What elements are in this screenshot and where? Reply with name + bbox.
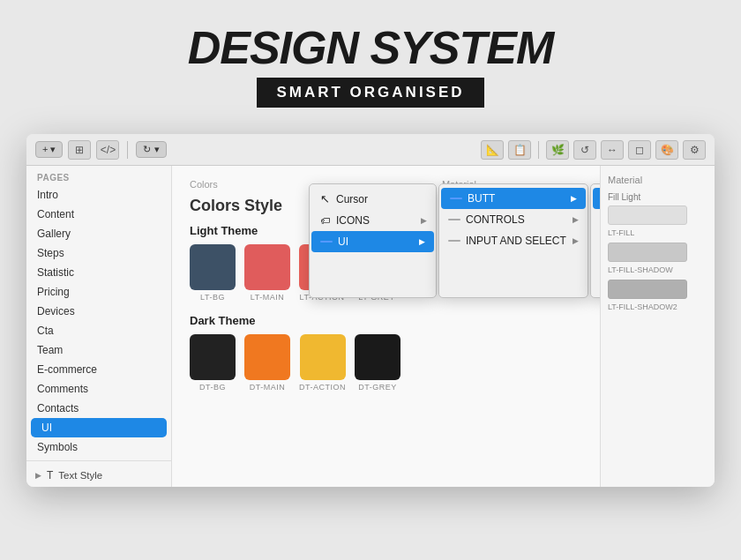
right-panel-fill-light: Fill Light LT-FILL LT-FILL-SHADOW LT-FIL… xyxy=(608,192,707,311)
share-icon-btn[interactable]: 📐 xyxy=(481,140,504,160)
sidebar-item-comments[interactable]: Comments xyxy=(26,379,171,399)
code-icon-btn[interactable]: </> xyxy=(96,140,119,160)
dt-bg-swatch-wrap: DT-BG xyxy=(190,334,236,392)
layers-icon-btn[interactable]: ⊞ xyxy=(68,140,91,160)
dark-theme-swatches: DT-BG DT-MAIN DT-ACTION DT-GREY xyxy=(190,334,582,392)
lt-main-label: LT-MAIN xyxy=(251,293,284,302)
lt-fill-shadow2-label: LT-FILL-SHADOW2 xyxy=(608,302,707,311)
sidebar-item-content[interactable]: Content xyxy=(26,205,171,224)
colors-label: Colors xyxy=(190,179,218,190)
sidebar-item-statistic[interactable]: Statistic xyxy=(26,263,171,282)
lt-fill-shadow-label: LT-FILL-SHADOW xyxy=(608,265,707,274)
lt-bg-swatch xyxy=(190,244,236,290)
arrow-icon: ▶ xyxy=(35,471,41,480)
dt-main-swatch-wrap: DT-MAIN xyxy=(244,334,290,392)
fill-item-lt-fill xyxy=(608,205,707,225)
lt-action-swatch xyxy=(299,244,345,290)
sidebar: PAGES Intro Content Gallery Steps Statis… xyxy=(26,166,172,487)
lt-fill-shadow2-swatch xyxy=(608,280,687,299)
canvas-area: Colors Material Colors Style Light Theme… xyxy=(172,166,600,487)
dt-main-label: DT-MAIN xyxy=(250,383,286,392)
settings-icon-btn[interactable]: ⚙ xyxy=(683,140,706,160)
sidebar-group-controls[interactable]: ▶ ⊡ Controls xyxy=(26,486,171,487)
hero-subtitle-wrap: SMART ORGANISED xyxy=(257,78,483,108)
resize-icon-btn[interactable]: ↔ xyxy=(601,140,624,160)
lt-bg-label: LT-BG xyxy=(200,293,225,302)
lt-grey-swatch-wrap: LT-GREY xyxy=(354,244,400,302)
sidebar-item-pricing[interactable]: Pricing xyxy=(26,282,171,302)
lt-fill-label: LT-FILL xyxy=(608,228,707,237)
sidebar-item-gallery[interactable]: Gallery xyxy=(26,224,171,243)
sidebar-item-cta[interactable]: Cta xyxy=(26,321,171,340)
hero-section: DESIGN SYSTEM SMART ORGANISED xyxy=(0,0,741,125)
dt-bg-swatch xyxy=(190,334,236,380)
sidebar-group-label: Text Style xyxy=(58,470,102,481)
leaf-icon-btn[interactable]: 🌿 xyxy=(546,140,569,160)
present-icon-btn[interactable]: 📋 xyxy=(508,140,531,160)
loop-icon-btn[interactable]: ↺ xyxy=(573,140,596,160)
lt-fill-shadow-swatch xyxy=(608,243,687,262)
lt-bg-swatch-wrap: LT-BG xyxy=(190,244,236,302)
sidebar-item-intro[interactable]: Intro xyxy=(26,185,171,205)
dark-theme-section: Dark Theme DT-BG DT-MAIN DT-ACTION xyxy=(190,314,582,392)
right-panel: Material Fill Light LT-FILL LT-FILL-SHAD… xyxy=(600,166,715,487)
sidebar-item-team[interactable]: Team xyxy=(26,340,171,360)
toolbar-sep-1 xyxy=(127,141,128,159)
material-label: Material xyxy=(442,179,476,190)
dark-theme-label: Dark Theme xyxy=(190,314,582,327)
dt-grey-swatch-wrap: DT-GREY xyxy=(355,334,400,392)
sidebar-item-symbols[interactable]: Symbols xyxy=(26,437,171,457)
sidebar-item-steps[interactable]: Steps xyxy=(26,243,171,263)
sidebar-section-label: PAGES xyxy=(26,166,171,185)
dt-grey-swatch xyxy=(355,334,400,380)
dt-bg-label: DT-BG xyxy=(199,383,226,392)
fill-item-lt-fill-shadow2 xyxy=(608,280,707,299)
sidebar-divider xyxy=(26,460,171,461)
add-button[interactable]: + ▾ xyxy=(35,141,63,158)
dt-action-label: DT-ACTION xyxy=(299,383,346,392)
app-body: PAGES Intro Content Gallery Steps Statis… xyxy=(26,166,715,487)
text-style-icon: T xyxy=(47,469,53,482)
lt-action-label: LT-ACTION xyxy=(300,293,345,302)
dt-grey-label: DT-GREY xyxy=(358,383,397,392)
app-window: + ▾ ⊞ </> ↻ ▾ 📐 📋 🌿 ↺ ↔ ◻ 🎨 ⚙ PAGES Intr… xyxy=(26,134,715,487)
main-content: Colors Material Colors Style Light Theme… xyxy=(172,166,600,487)
refresh-button[interactable]: ↻ ▾ xyxy=(136,141,166,158)
right-panel-title: Material xyxy=(608,175,707,185)
fill-item-lt-fill-shadow xyxy=(608,243,707,262)
sidebar-item-ecommerce[interactable]: E-commerce xyxy=(26,360,171,379)
sidebar-item-ui[interactable]: UI xyxy=(31,418,167,437)
fill-light-label: Fill Light xyxy=(608,192,707,202)
light-theme-section: Light Theme LT-BG LT-MAIN LT-ACTION xyxy=(190,224,582,302)
dt-action-swatch-wrap: DT-ACTION xyxy=(299,334,346,392)
light-theme-swatches: LT-BG LT-MAIN LT-ACTION LT-GREY xyxy=(190,244,582,302)
lt-fill-swatch xyxy=(608,205,687,225)
lt-main-swatch-wrap: LT-MAIN xyxy=(244,244,290,302)
palette-icon-btn[interactable]: 🎨 xyxy=(655,140,678,160)
toolbar-sep-2 xyxy=(538,141,539,159)
sidebar-group-text-style[interactable]: ▶ T Text Style xyxy=(26,465,171,486)
dt-main-swatch xyxy=(244,334,290,380)
lt-action-swatch-wrap: LT-ACTION xyxy=(299,244,345,302)
sidebar-item-contacts[interactable]: Contacts xyxy=(26,399,171,418)
toolbar-right: 📐 📋 🌿 ↺ ↔ ◻ 🎨 ⚙ xyxy=(481,140,706,160)
toolbar: + ▾ ⊞ </> ↻ ▾ 📐 📋 🌿 ↺ ↔ ◻ 🎨 ⚙ xyxy=(26,134,715,166)
colors-style-title: Colors Style xyxy=(190,197,582,215)
dt-action-swatch xyxy=(300,334,346,380)
hero-subtitle: SMART ORGANISED xyxy=(276,84,464,101)
light-theme-label: Light Theme xyxy=(190,224,582,237)
hero-title: DESIGN SYSTEM xyxy=(188,25,554,71)
sidebar-item-devices[interactable]: Devices xyxy=(26,302,171,321)
lt-grey-label: LT-GREY xyxy=(358,293,394,302)
lt-main-swatch xyxy=(244,244,290,290)
lt-grey-swatch xyxy=(354,244,400,290)
square-icon-btn[interactable]: ◻ xyxy=(628,140,651,160)
